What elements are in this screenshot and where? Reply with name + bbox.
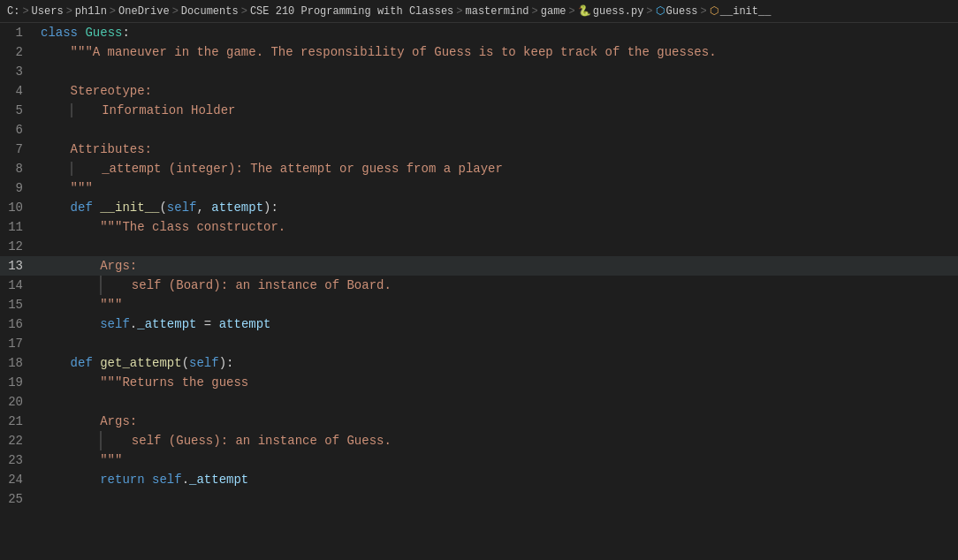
line-content-23: """ [37,450,958,470]
code-line-11: 11 """The class constructor. [0,217,958,237]
line-num-12: 12 [0,237,37,256]
line-num-9: 9 [0,178,37,198]
code-line-7: 7 Attributes: [0,140,958,159]
code-line-2: 2 """A maneuver in the game. The respons… [0,42,958,62]
code-line-24: 24 return self._attempt [0,470,958,489]
line-content-20 [37,392,958,412]
line-num-23: 23 [0,450,37,470]
line-num-15: 15 [0,295,37,314]
bc-documents[interactable]: Documents [181,5,239,18]
line-num-25: 25 [0,489,37,509]
line-content-14: self (Board): an instance of Board. [37,276,958,295]
line-num-17: 17 [0,334,37,353]
bc-classname[interactable]: Guess [666,5,698,18]
line-content-11: """The class constructor. [37,217,958,237]
code-line-10: 10 def __init__(self, attempt): [0,198,958,217]
line-num-24: 24 [0,470,37,489]
code-line-8: 8 _attempt (integer): The attempt or gue… [0,159,958,178]
bc-users[interactable]: Users [32,5,64,18]
code-line-16: 16 self._attempt = attempt [0,314,958,334]
line-num-10: 10 [0,198,37,217]
line-content-9: """ [37,178,958,198]
method-icon: ⬡ [710,4,718,18]
bc-sep-3: > [110,5,116,18]
line-content-1: class Guess: [37,23,958,42]
bc-sep-10: > [701,5,707,18]
code-line-5: 5 Information Holder [0,101,958,120]
line-content-7: Attributes: [37,140,958,159]
code-line-17: 17 [0,334,958,353]
code-line-13: 13 Args: [0,256,958,276]
code-line-3: 3 [0,62,958,81]
line-content-24: return self._attempt [37,470,958,489]
code-line-1: 1 class Guess: [0,23,958,42]
bc-sep-9: > [646,5,652,18]
code-line-4: 4 Stereotype: [0,81,958,101]
line-num-18: 18 [0,353,37,373]
line-content-21: Args: [37,412,958,431]
line-num-2: 2 [0,42,37,62]
code-line-18: 18 def get_attempt(self): [0,353,958,373]
code-line-21: 21 Args: [0,412,958,431]
bc-sep-4: > [172,5,179,18]
line-num-1: 1 [0,23,37,42]
bc-sep-5: > [241,5,247,18]
line-num-5: 5 [0,101,37,120]
code-line-14: 14 self (Board): an instance of Board. [0,276,958,295]
bc-mastermind[interactable]: mastermind [466,5,529,18]
line-num-20: 20 [0,392,37,412]
line-num-6: 6 [0,120,37,140]
line-num-4: 4 [0,81,37,101]
code-line-25: 25 [0,489,958,509]
code-line-15: 15 """ [0,295,958,314]
bc-sep-1: > [22,5,28,18]
line-content-12 [37,237,958,256]
bc-method[interactable]: __init__ [720,5,772,18]
bc-sep-2: > [66,5,72,18]
bc-ph1ln[interactable]: ph1ln [75,5,107,18]
line-num-13: 13 [0,256,37,276]
line-content-18: def get_attempt(self): [37,353,958,373]
bc-course[interactable]: CSE 210 Programming with Classes [250,5,453,18]
line-num-16: 16 [0,314,37,334]
line-content-10: def __init__(self, attempt): [37,198,958,217]
line-content-3 [37,62,958,81]
code-line-23: 23 """ [0,450,958,470]
breadcrumb: C: > Users > ph1ln > OneDrive > Document… [0,0,958,23]
line-content-15: """ [37,295,958,314]
bc-onedrive[interactable]: OneDrive [118,5,170,18]
file-icon: 🐍 [578,4,591,18]
line-num-19: 19 [0,373,37,392]
code-line-20: 20 [0,392,958,412]
code-editor[interactable]: 1 class Guess: 2 """A maneuver in the ga… [0,23,958,560]
code-line-6: 6 [0,120,958,140]
code-line-9: 9 """ [0,178,958,198]
code-line-22: 22 self (Guess): an instance of Guess. [0,431,958,450]
line-num-3: 3 [0,62,37,81]
bc-c[interactable]: C: [7,5,19,18]
line-num-14: 14 [0,276,37,295]
code-line-19: 19 """Returns the guess [0,373,958,392]
line-num-22: 22 [0,431,37,450]
line-content-17 [37,334,958,353]
line-content-6 [37,120,958,140]
line-content-5: Information Holder [37,101,958,120]
line-content-13: Args: [37,256,958,276]
line-num-11: 11 [0,217,37,237]
class-icon: ⬡ [656,4,665,18]
line-content-8: _attempt (integer): The attempt or guess… [37,159,958,178]
bc-sep-7: > [532,5,538,18]
bc-sep-8: > [569,5,575,18]
line-num-8: 8 [0,159,37,178]
line-content-19: """Returns the guess [37,373,958,392]
line-content-16: self._attempt = attempt [37,314,958,334]
line-content-22: self (Guess): an instance of Guess. [37,431,958,450]
code-line-12: 12 [0,237,958,256]
line-content-2: """A maneuver in the game. The responsib… [37,42,958,62]
bc-game[interactable]: game [541,5,566,18]
bc-filename[interactable]: guess.py [593,5,644,18]
line-num-7: 7 [0,140,37,159]
bc-sep-6: > [456,5,462,18]
line-num-21: 21 [0,412,37,431]
line-content-25 [37,489,958,509]
